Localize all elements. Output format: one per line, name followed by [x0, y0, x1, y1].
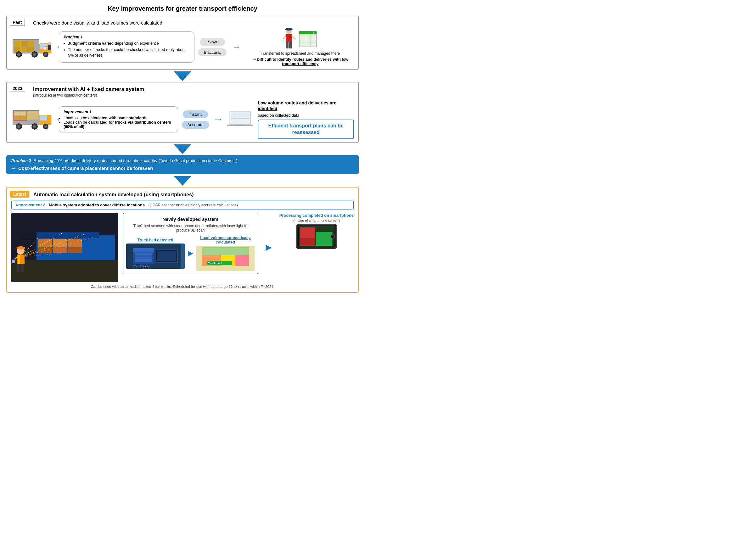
improvement2-text: Mobile system adopted to cover diffuse l… [49, 203, 145, 207]
svg-point-15 [44, 53, 47, 56]
svg-rect-23 [286, 34, 292, 42]
svg-rect-25 [281, 39, 284, 41]
problem1-bubble: Problem 1 Judgment criteria varied depen… [59, 31, 194, 63]
svg-line-26 [292, 36, 295, 39]
problem1-item2: The number of trucks that could be check… [68, 47, 190, 58]
improvement2-box: Improvement 2 Mobile system adopted to c… [11, 200, 354, 210]
problem1-item1: Judgment criteria varied depending on ex… [68, 41, 190, 47]
svg-point-16 [48, 42, 51, 45]
year2023-header: Improvement with AI + fixed camera syste… [33, 86, 354, 92]
truck-bed-scan-image: TON STRASH [126, 244, 185, 269]
svg-rect-81 [18, 255, 20, 264]
svg-rect-41 [14, 111, 26, 115]
down-arrow-3 [6, 176, 359, 186]
svg-rect-3 [21, 41, 27, 47]
svg-rect-98 [202, 247, 249, 255]
svg-rect-69 [68, 239, 82, 247]
processing-sub: (Image of smartphone screen) [293, 219, 340, 222]
footnote: Can be used with up to medium-sized 4 to… [11, 285, 354, 288]
svg-rect-67 [53, 239, 67, 247]
svg-point-47 [17, 125, 20, 128]
svg-rect-22 [286, 29, 292, 30]
svg-rect-4 [27, 41, 34, 47]
svg-rect-42 [14, 116, 26, 120]
year2023-right-text: Low volume routes and deliveries are ide… [258, 100, 354, 139]
scan-arrow: ▶ [188, 249, 193, 257]
svg-rect-85 [17, 264, 20, 272]
year2023-right-area: Low volume routes and deliveries are ide… [227, 100, 354, 139]
problem1-list: Judgment criteria varied depending on ex… [68, 41, 190, 59]
main-title: Key improvements for greater transport e… [6, 5, 359, 12]
svg-rect-7 [27, 47, 34, 52]
improvement1-item1: Loads can be calculated with same standa… [64, 116, 173, 120]
problem2-arrow: → [11, 165, 16, 171]
svg-text:Truck bed: Truck bed [208, 262, 222, 265]
load-volume-image: Truck bed [196, 246, 255, 271]
problem2-top: Problem 2 Remaining 40% are direct deliv… [11, 158, 354, 164]
svg-rect-43 [26, 111, 38, 120]
based-on-data: based on collected data [258, 113, 354, 118]
problem2-text: Remaining 40% are direct delivery routes… [34, 158, 238, 164]
svg-rect-70 [68, 247, 82, 253]
truck-bed-label: Truck bed detected [126, 238, 185, 242]
past-right-area: X Transferred to spreadsheet and managed… [247, 28, 354, 66]
svg-point-13 [33, 53, 36, 56]
person-icon [281, 28, 297, 50]
svg-point-111 [331, 235, 334, 238]
latest-main-content: Newly developed system Truck bed scanned… [11, 213, 354, 282]
svg-rect-112 [311, 226, 323, 227]
svg-point-11 [17, 53, 20, 56]
svg-rect-91 [135, 256, 152, 259]
slow-badge: Slow [200, 38, 225, 46]
improvement2-label: Improvement 2 [16, 203, 45, 207]
past-label: Past [10, 19, 25, 26]
improvement1-item2: Loads can be calculated for trucks via d… [64, 120, 173, 129]
svg-rect-90 [135, 253, 152, 255]
problem2-main-text: Cost-effectiveness of camera placement c… [18, 165, 153, 171]
instant-badge: Instant [183, 110, 208, 118]
load-volume-box: Load volume automatically calculated [196, 236, 255, 271]
svg-text:X: X [312, 31, 314, 35]
svg-rect-5 [14, 47, 20, 52]
svg-rect-53 [230, 112, 250, 124]
svg-text:TON STRASH: TON STRASH [133, 265, 150, 268]
svg-rect-61 [11, 260, 118, 282]
svg-rect-28 [289, 42, 292, 48]
warehouse-photo [11, 213, 118, 282]
latest-label: Latest [10, 191, 29, 198]
svg-rect-63 [37, 232, 99, 238]
svg-rect-109 [300, 238, 315, 246]
svg-rect-92 [135, 259, 152, 262]
svg-rect-68 [53, 247, 67, 253]
load-volume-label: Load volume automatically calculated [196, 236, 255, 244]
svg-rect-101 [235, 255, 249, 266]
svg-rect-45 [40, 115, 47, 120]
improvement1-list: Loads can be calculated with same standa… [64, 116, 173, 129]
year2023-label: 2023 [10, 85, 25, 92]
scan-results: Truck bed detected [126, 236, 255, 271]
improvement1-title: Improvement 1 [64, 110, 173, 114]
past-section: Past Checks were done visually, and load… [6, 16, 359, 70]
low-volume-text: Low volume routes and deliveries are ide… [258, 100, 354, 111]
svg-rect-79 [18, 247, 23, 249]
svg-rect-89 [133, 248, 154, 252]
problem2-section: Problem 2 Remaining 40% are direct deliv… [6, 155, 359, 174]
laptop-icon [227, 108, 253, 131]
new-system-desc: Truck bed scanned with smartphone and ir… [126, 224, 255, 232]
difficult-text: ⇒ Difficult to identify routes and deliv… [247, 57, 354, 66]
inaccurate-badge: Inaccurat [198, 48, 226, 56]
new-system-box: Newly developed system Truck bed scanned… [123, 213, 258, 274]
smartphone-image [296, 224, 337, 249]
truck-bed-scan-box: Truck bed detected [126, 238, 185, 269]
svg-point-51 [44, 125, 47, 128]
problem2-label: Problem 2 [11, 158, 31, 163]
instant-accurate-group: Instant Accurate [182, 110, 209, 129]
transferred-text: Transferred to spreadsheet and managed t… [261, 51, 340, 56]
svg-rect-27 [286, 42, 289, 48]
past-arrow-right: → [232, 42, 241, 52]
efficient-transport-box: Efficient transport plans can be reasses… [258, 120, 354, 139]
past-header: Checks were done visually, and load volu… [33, 20, 354, 25]
svg-rect-86 [21, 264, 24, 272]
year2023-arrow: → [213, 114, 223, 125]
improvement1-bubble: Improvement 1 Loads can be calculated wi… [59, 106, 178, 132]
